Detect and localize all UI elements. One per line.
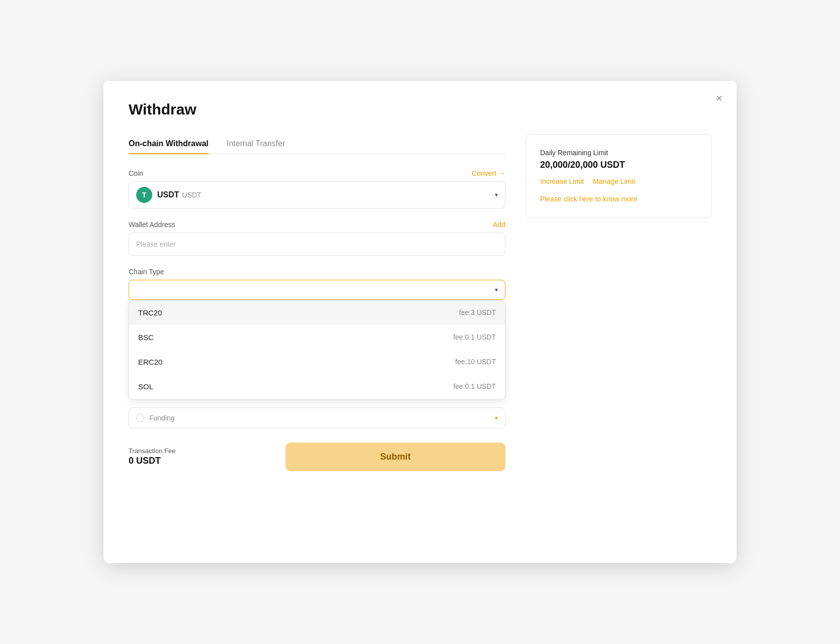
chain-dropdown-arrow: ▾ [495, 286, 498, 293]
convert-link[interactable]: Convert → [472, 169, 505, 177]
limit-actions: Increase Limit Manage Limit [540, 177, 697, 185]
modal-title: Withdraw [129, 101, 711, 118]
tab-bar: On-chain Withdrawal Internal Transfer [129, 134, 505, 154]
withdraw-modal: × Withdraw On-chain Withdrawal Internal … [103, 81, 737, 563]
coin-name: USDT [157, 190, 179, 199]
chain-option-trc20-name: TRC20 [138, 308, 162, 317]
tab-onchain[interactable]: On-chain Withdrawal [129, 134, 208, 154]
coin-field-row: Coin Convert → [129, 169, 505, 177]
daily-limit-label: Daily Remaining Limit [540, 149, 697, 157]
tx-fee-label: Transaction Fee [129, 447, 275, 455]
chain-option-bsc-fee: fee:0.1 USDT [453, 333, 496, 341]
chain-type-label: Chain Type [129, 268, 505, 276]
chain-option-trc20-fee: fee:3 USDT [459, 308, 496, 316]
chain-option-erc20-name: ERC20 [138, 358, 162, 366]
tab-internal-transfer[interactable]: Internal Transfer [227, 134, 285, 154]
coin-code: USDT [182, 191, 201, 199]
chain-option-trc20[interactable]: TRC20 fee:3 USDT [129, 300, 505, 325]
funding-dropdown-arrow: ▾ [495, 414, 498, 421]
chain-option-bsc-name: BSC [138, 333, 154, 342]
chain-option-erc20[interactable]: ERC20 fee:10 USDT [129, 350, 505, 374]
funding-label: Funding [149, 414, 175, 422]
chain-select-box[interactable]: ▾ [129, 280, 505, 300]
chain-option-sol[interactable]: SOL fee:0.1 USDT [129, 374, 505, 399]
funding-row[interactable]: Funding ▾ [129, 407, 505, 428]
tx-fee-value: 0 USDT [129, 456, 275, 466]
chain-dropdown-menu: TRC20 fee:3 USDT BSC fee:0.1 USDT ERC20 … [129, 300, 505, 399]
daily-limit-value: 20,000/20,000 USDT [540, 160, 697, 170]
wallet-address-input[interactable] [129, 233, 505, 256]
coin-selector[interactable]: T USDT USDT ▾ [129, 181, 505, 208]
wallet-field-row: Wallet Address Add [129, 221, 505, 229]
know-more-link[interactable]: Please click here to know more [540, 195, 638, 203]
chain-option-sol-fee: fee:0.1 USDT [453, 382, 496, 390]
close-button[interactable]: × [716, 93, 722, 104]
funding-radio [136, 414, 144, 422]
bottom-bar: Transaction Fee 0 USDT Submit [129, 443, 505, 471]
chain-option-bsc[interactable]: BSC fee:0.1 USDT [129, 325, 505, 350]
coin-label: Coin [129, 169, 143, 177]
right-panel: Daily Remaining Limit 20,000/20,000 USDT… [526, 134, 711, 218]
add-address-link[interactable]: Add [493, 221, 505, 229]
transaction-fee-section: Transaction Fee 0 USDT [129, 447, 275, 466]
chain-type-wrapper: ▾ TRC20 fee:3 USDT BSC fee:0.1 USDT ERC2… [129, 280, 505, 399]
left-panel: On-chain Withdrawal Internal Transfer Co… [129, 134, 505, 538]
modal-body: On-chain Withdrawal Internal Transfer Co… [129, 134, 711, 538]
chain-option-sol-name: SOL [138, 382, 153, 391]
increase-limit-link[interactable]: Increase Limit [540, 177, 584, 185]
coin-dropdown-arrow: ▾ [495, 191, 498, 198]
manage-limit-link[interactable]: Manage Limit [593, 177, 635, 185]
coin-icon: T [136, 187, 152, 203]
submit-button[interactable]: Submit [285, 443, 505, 471]
chain-option-erc20-fee: fee:10 USDT [455, 358, 496, 366]
wallet-label: Wallet Address [129, 221, 175, 229]
